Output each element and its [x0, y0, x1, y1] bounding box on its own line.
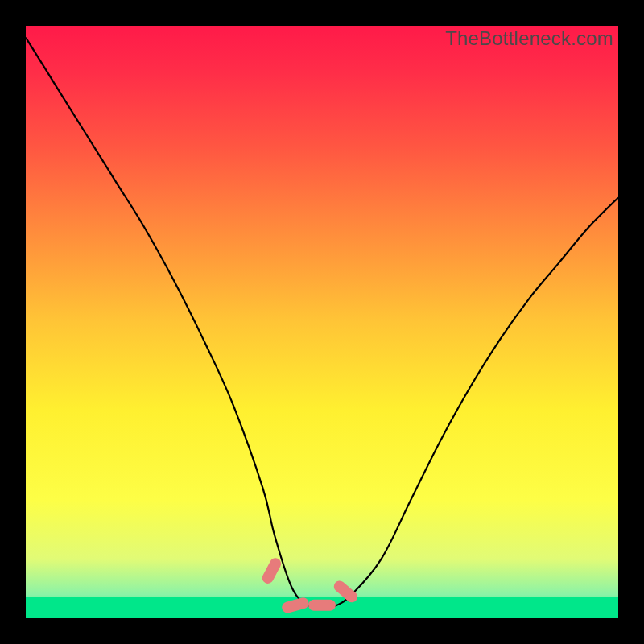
svg-rect-3 [332, 579, 360, 605]
sweet-spot-marker [281, 597, 310, 614]
sweet-spot-marker [260, 556, 283, 586]
plot-area: TheBottleneck.com [26, 26, 618, 618]
sweet-spot-marker [308, 600, 336, 611]
svg-rect-1 [281, 597, 310, 614]
sweet-spot-markers [26, 26, 618, 618]
svg-rect-0 [260, 556, 283, 586]
svg-rect-2 [308, 600, 336, 611]
outer-frame: TheBottleneck.com [0, 0, 644, 644]
sweet-spot-marker [332, 579, 360, 605]
